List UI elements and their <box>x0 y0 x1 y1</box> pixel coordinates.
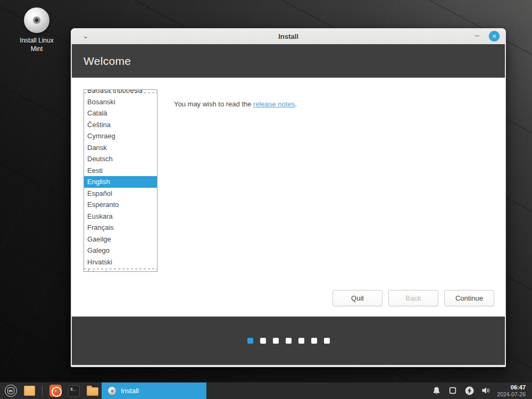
taskbar: m $_ Install <box>0 382 532 399</box>
mint-menu-icon: m <box>5 385 17 397</box>
cd-icon <box>108 387 116 395</box>
page-footer <box>72 317 505 365</box>
terminal-launcher[interactable]: $_ <box>67 384 81 398</box>
navigation-buttons: Quit Back Continue <box>332 290 494 306</box>
page-content: Bahasa IndonesiaBosanskiCatalàČeštinaCym… <box>72 78 505 317</box>
language-option-c-es-tina[interactable]: Čeština <box>84 119 157 131</box>
note-suffix: . <box>295 100 297 108</box>
progress-dot-1 <box>247 338 253 344</box>
language-option-bahasa-indonesia[interactable]: Bahasa Indonesia <box>84 89 157 96</box>
continue-button[interactable]: Continue <box>444 290 494 306</box>
power-manager-button[interactable] <box>464 385 475 396</box>
install-task-button[interactable]: Install <box>102 383 206 399</box>
taskbar-launchers: m $_ <box>0 384 99 398</box>
notifications-button[interactable] <box>431 385 442 396</box>
release-notes-text: You may wish to read the release notes. <box>174 100 297 108</box>
cd-icon <box>24 7 49 33</box>
window-body: Welcome Bahasa IndonesiaBosanskiCatalàČe… <box>72 44 505 365</box>
language-option-eesti[interactable]: Eesti <box>84 165 157 177</box>
clock-time: 06:47 <box>497 384 526 391</box>
progress-dot-2 <box>260 338 266 344</box>
volume-button[interactable] <box>480 385 491 396</box>
install-linux-mint-desktop-icon[interactable]: Install Linux Mint <box>14 7 60 53</box>
language-option-cymraeg[interactable]: Cymraeg <box>84 130 157 142</box>
page-title: Welcome <box>84 55 131 68</box>
quit-button[interactable]: Quit <box>332 290 383 306</box>
language-option-euskara[interactable]: Euskara <box>84 211 157 222</box>
language-option-i-slenska[interactable]: Íslenska <box>84 268 157 272</box>
firefox-launcher[interactable] <box>48 384 62 398</box>
task-label: Install <box>121 387 139 395</box>
progress-dot-4 <box>286 338 292 344</box>
terminal-icon: $_ <box>68 385 80 397</box>
close-icon: ✕ <box>492 33 496 40</box>
power-icon <box>464 386 475 396</box>
progress-dot-3 <box>273 338 279 344</box>
speaker-icon <box>480 385 491 396</box>
system-tray: 06:47 2024-07-26 <box>431 384 532 397</box>
mint-menu-button[interactable]: m <box>4 384 18 398</box>
note-prefix: You may wish to read the <box>174 100 253 108</box>
language-option-hrvatski[interactable]: Hrvatski <box>84 256 157 268</box>
chevron-down-icon[interactable]: ⌄ <box>80 30 91 41</box>
show-desktop-button[interactable] <box>22 384 36 398</box>
clipboard-icon <box>448 386 457 395</box>
window-title: Install <box>71 32 506 40</box>
minimize-button[interactable]: – <box>473 32 481 40</box>
language-option-english[interactable]: English <box>84 176 157 188</box>
language-list[interactable]: Bahasa IndonesiaBosanskiCatalàČeštinaCym… <box>84 89 157 272</box>
page-header: Welcome <box>72 44 505 78</box>
language-option-gaeilge[interactable]: Gaeilge <box>84 234 157 245</box>
progress-dot-5 <box>298 338 304 344</box>
language-option-catala[interactable]: Català <box>84 107 157 119</box>
language-option-dansk[interactable]: Dansk <box>84 142 157 154</box>
language-option-bosanski[interactable]: Bosanski <box>84 96 157 108</box>
language-option-galego[interactable]: Galego <box>84 245 157 256</box>
desktop-shortcut-icon <box>24 386 35 396</box>
release-notes-link[interactable]: release notes <box>253 100 295 108</box>
clock[interactable]: 06:47 2024-07-26 <box>497 384 528 397</box>
folder-icon <box>87 387 98 396</box>
language-option-espan-ol[interactable]: Español <box>84 188 157 200</box>
window-titlebar[interactable]: ⌄ Install – ✕ <box>71 28 506 44</box>
progress-dot-7 <box>324 338 330 344</box>
progress-dot-6 <box>311 338 317 344</box>
bell-icon <box>432 386 441 395</box>
progress-dots <box>247 338 330 344</box>
close-button[interactable]: ✕ <box>489 31 500 41</box>
taskbar-separator <box>42 386 43 396</box>
back-button[interactable]: Back <box>388 290 438 306</box>
language-option-esperanto[interactable]: Esperanto <box>84 199 157 211</box>
clock-date: 2024-07-26 <box>497 391 526 397</box>
install-window: ⌄ Install – ✕ Welcome Bahasa IndonesiaBo… <box>71 28 506 367</box>
language-option-franc-ais[interactable]: Français <box>84 222 157 234</box>
files-launcher[interactable] <box>86 384 99 398</box>
desktop-icon-label: Install Linux Mint <box>14 36 60 53</box>
firefox-icon <box>49 385 62 397</box>
clipboard-button[interactable] <box>447 385 458 396</box>
language-option-deutsch[interactable]: Deutsch <box>84 153 157 165</box>
